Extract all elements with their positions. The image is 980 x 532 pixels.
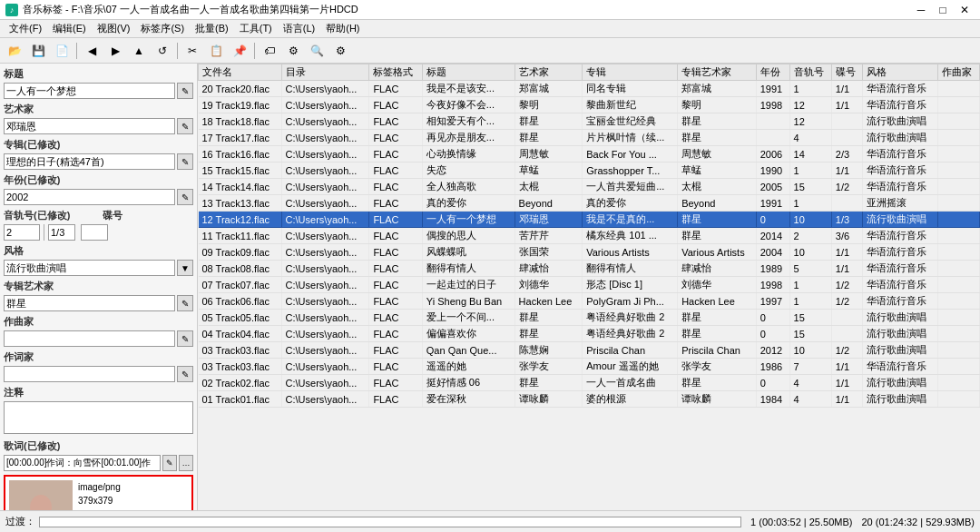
toolbar-cut[interactable]: ✂ xyxy=(181,41,203,61)
genre-edit-btn[interactable]: ▼ xyxy=(177,260,193,276)
minimize-button[interactable]: ─ xyxy=(911,2,931,18)
table-cell: 群星 xyxy=(514,130,583,146)
album-artist-input[interactable] xyxy=(4,295,175,311)
toolbar-settings[interactable]: ⚙ xyxy=(329,41,351,61)
table-cell: 1997 xyxy=(756,293,789,310)
toolbar-tag[interactable]: 🏷 xyxy=(259,41,280,61)
artist-input[interactable] xyxy=(4,118,175,134)
track-total-input[interactable] xyxy=(48,224,75,241)
table-row[interactable]: 19 Track19.flacC:\Users\yaoh...FLAC今夜好像不… xyxy=(199,97,980,113)
album-artist-edit-btn[interactable]: ✎ xyxy=(177,295,193,311)
table-cell: 2/3 xyxy=(831,146,862,163)
close-button[interactable]: ✕ xyxy=(955,2,975,18)
track-number-input[interactable] xyxy=(4,224,40,241)
table-cell: C:\Users\yaoh... xyxy=(281,342,369,359)
toolbar-back[interactable]: ◀ xyxy=(81,41,103,61)
table-cell: 相知爱天有个... xyxy=(422,113,514,130)
table-row[interactable]: 06 Track06.flacC:\Users\yaoh...FLACYi Sh… xyxy=(199,293,980,310)
table-cell: Hacken Lee xyxy=(678,293,757,310)
table-cell: 17 Track17.flac xyxy=(199,130,282,146)
toolbar-paste[interactable]: 📌 xyxy=(229,41,250,61)
table-row[interactable]: 15 Track15.flacC:\Users\yaoh...FLAC失恋草蜢G… xyxy=(199,163,980,179)
cover-format: image/png xyxy=(78,480,126,494)
table-row[interactable]: 04 Track04.flacC:\Users\yaoh...FLAC偏偏喜欢你… xyxy=(199,326,980,342)
table-cell: 10 xyxy=(789,342,831,359)
title-input[interactable] xyxy=(4,83,175,99)
lyrics-extra-btn[interactable]: … xyxy=(179,455,193,471)
comment-textarea[interactable] xyxy=(4,401,193,434)
file-table-wrapper[interactable]: 文件名 目录 标签格式 标题 艺术家 专辑 专辑艺术家 年份 音轨号 碟号 风格… xyxy=(198,64,980,510)
menu-help[interactable]: 帮助(H) xyxy=(320,21,365,36)
table-cell: 1/2 xyxy=(831,293,862,310)
toolbar-forward[interactable]: ▶ xyxy=(104,41,126,61)
composer-edit-btn[interactable]: ✎ xyxy=(177,330,193,347)
table-row[interactable]: 05 Track05.flacC:\Users\yaoh...FLAC爱上一个不… xyxy=(199,310,980,326)
table-cell: 15 xyxy=(789,326,831,342)
table-cell: C:\Users\yaoh... xyxy=(281,293,369,310)
toolbar-open[interactable]: 📂 xyxy=(4,41,25,61)
year-field-group: 年份(已修改) ✎ xyxy=(4,173,193,205)
table-row[interactable]: 17 Track17.flacC:\Users\yaoh...FLAC再见亦是朋… xyxy=(199,130,980,146)
table-cell: 挺好情感 06 xyxy=(422,375,514,391)
menu-tagorder[interactable]: 标签序(S) xyxy=(135,21,190,36)
table-row[interactable]: 02 Track02.flacC:\Users\yaoh...FLAC挺好情感 … xyxy=(199,375,980,391)
table-row[interactable]: 16 Track16.flacC:\Users\yaoh...FLAC心动换情缘… xyxy=(199,146,980,163)
table-row[interactable]: 13 Track13.flacC:\Users\yaoh...FLAC真的爱你B… xyxy=(199,195,980,212)
maximize-button[interactable]: □ xyxy=(933,2,953,18)
lyrics-edit-btn[interactable]: ✎ xyxy=(162,455,177,471)
toolbar-search[interactable]: 🔍 xyxy=(306,41,328,61)
title-edit-btn[interactable]: ✎ xyxy=(177,83,193,99)
lyricist-input[interactable] xyxy=(4,366,175,382)
lyricist-edit-btn[interactable]: ✎ xyxy=(177,366,193,382)
col-artist: 艺术家 xyxy=(514,64,583,81)
table-row[interactable]: 11 Track11.flacC:\Users\yaoh...FLAC偶搜的思人… xyxy=(199,228,980,244)
table-row[interactable]: 03 Track03.flacC:\Users\yaoh...FLACQan Q… xyxy=(199,342,980,359)
menu-file[interactable]: 文件(F) xyxy=(4,21,47,36)
table-cell: 4 xyxy=(789,391,831,408)
menu-view[interactable]: 视图(V) xyxy=(92,21,136,36)
disc-number-input[interactable] xyxy=(81,224,108,241)
toolbar-auto[interactable]: ⚙ xyxy=(282,41,304,61)
table-row[interactable]: 09 Track09.flacC:\Users\yaoh...FLAC风蝶蝶吼张… xyxy=(199,244,980,261)
table-header-row: 文件名 目录 标签格式 标题 艺术家 专辑 专辑艺术家 年份 音轨号 碟号 风格… xyxy=(199,64,980,81)
table-cell xyxy=(937,97,979,113)
artist-edit-btn[interactable]: ✎ xyxy=(177,118,193,134)
table-row[interactable]: 03 Track03.flacC:\Users\yaoh...FLAC遥遥的她张… xyxy=(199,359,980,375)
table-cell: Yi Sheng Bu Ban xyxy=(422,293,514,310)
year-edit-btn[interactable]: ✎ xyxy=(177,189,193,205)
menu-language[interactable]: 语言(L) xyxy=(278,21,320,36)
year-input[interactable] xyxy=(4,189,175,205)
toolbar-refresh[interactable]: ↺ xyxy=(152,41,173,61)
table-row[interactable]: 18 Track18.flacC:\Users\yaoh...FLAC相知爱天有… xyxy=(199,113,980,130)
track-label: 音轨号(已修改) xyxy=(4,209,70,222)
table-cell: 今夜好像不会... xyxy=(422,97,514,113)
genre-input[interactable] xyxy=(4,260,175,276)
album-edit-btn[interactable]: ✎ xyxy=(177,153,193,170)
table-row[interactable]: 12 Track12.flacC:\Users\yaoh...FLAC一人有一个… xyxy=(199,212,980,228)
table-cell: Beyond xyxy=(514,195,583,212)
menu-batch[interactable]: 批量(B) xyxy=(190,21,234,36)
table-cell: 太棍 xyxy=(678,179,757,195)
composer-input[interactable] xyxy=(4,330,175,347)
table-cell: 2014 xyxy=(756,228,789,244)
table-row[interactable]: 20 Track20.flacC:\Users\yaoh...FLAC我是不是该… xyxy=(199,81,980,97)
album-input[interactable] xyxy=(4,153,175,170)
toolbar-up[interactable]: ▲ xyxy=(128,41,150,61)
table-row[interactable]: 08 Track08.flacC:\Users\yaoh...FLAC翻得有情人… xyxy=(199,261,980,277)
menu-edit[interactable]: 编辑(E) xyxy=(47,21,92,36)
menu-tools[interactable]: 工具(T) xyxy=(234,21,278,36)
table-cell: 1 xyxy=(789,81,831,97)
toolbar-copy[interactable]: 📋 xyxy=(205,41,227,61)
table-row[interactable]: 07 Track07.flacC:\Users\yaoh...FLAC一起走过的… xyxy=(199,277,980,293)
toolbar-save[interactable]: 💾 xyxy=(27,41,49,61)
table-cell: 0 xyxy=(756,326,789,342)
table-row[interactable]: 01 Track01.flacC:\Users\yaoh...FLAC爱在深秋谭… xyxy=(199,391,980,408)
table-cell: 群星 xyxy=(514,310,583,326)
toolbar-new[interactable]: 📄 xyxy=(51,41,73,61)
col-dir: 目录 xyxy=(281,64,369,81)
lyrics-input[interactable] xyxy=(4,455,161,471)
table-row[interactable]: 14 Track14.flacC:\Users\yaoh...FLAC全人独高歌… xyxy=(199,179,980,195)
table-cell: 片片枫叶情（续... xyxy=(583,130,678,146)
table-cell: 1/3 xyxy=(831,212,862,228)
table-cell: 风蝶蝶吼 xyxy=(422,244,514,261)
